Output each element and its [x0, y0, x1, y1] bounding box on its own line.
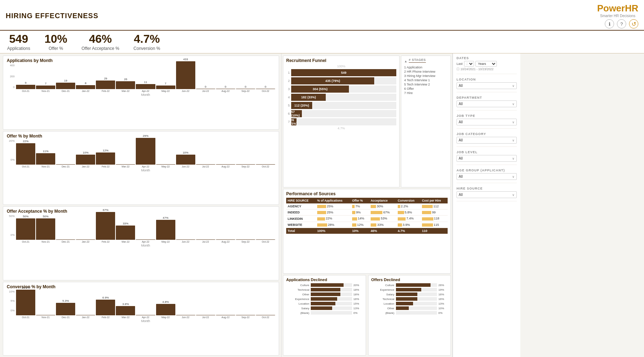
bar-group: Jul-22 [196, 164, 215, 168]
bar-group: 7Nov-21 [36, 82, 55, 92]
bar-group: 11%Nov-21 [36, 150, 55, 168]
conversion-title: Conversion % by Month [7, 284, 275, 289]
kpi-applications-label: Applications [7, 46, 30, 51]
filter-dates: DATES Last 1 Years ☐ 10/24/2021 - 10/23/… [457, 56, 517, 74]
dates-section-title: DATES [457, 56, 517, 60]
stage-legend-item: 6 Offer [404, 87, 448, 90]
list-item: Other18% [286, 293, 363, 296]
right-sidebar: DATES Last 1 Years ☐ 10/24/2021 - 10/23/… [453, 53, 520, 357]
bar-group: Apr-22 [136, 239, 155, 243]
job-category-title: JOB CATEGORY [457, 132, 517, 136]
bar-group: 29Feb-22 [96, 77, 115, 92]
bar-group: Sep-22 [236, 164, 255, 168]
job-level-dropdown[interactable]: All ∨ [457, 155, 517, 162]
brand-name: PowerHR [597, 3, 638, 14]
stages-title: # STAGES [409, 58, 426, 63]
info-button[interactable]: ℹ [605, 19, 614, 29]
department-title: DEPARTMENT [457, 96, 517, 99]
bar-group: 11.1%Oct-21 [16, 286, 35, 319]
col-hire-source: HIRE SOURCE [286, 198, 316, 203]
source-row: INDEED25%9%67%5.8%99 [286, 209, 448, 216]
apps-month-label: Month [16, 93, 275, 97]
kpi-applications-value: 549 [7, 33, 30, 45]
apps-y-axis: 4002000 [7, 64, 15, 96]
job-type-dropdown[interactable]: All ∨ [457, 119, 517, 125]
stage-legend-item: 1 Application [404, 66, 448, 69]
bar-group: Jul-22 [196, 239, 215, 243]
date-unit-select[interactable]: Years [475, 61, 497, 67]
bar-group: Nov-21 [36, 315, 55, 319]
bar-group: 7May-22 [156, 82, 175, 92]
filter-job-type: JOB TYPE All ∨ [457, 114, 517, 129]
conv-month-label: Month [16, 319, 275, 323]
bar-group: Jan-22 [76, 315, 95, 319]
age-group-dropdown[interactable]: All ∨ [457, 173, 517, 180]
funnel-title: Recruitment Funnel [286, 58, 396, 63]
filter-location: LOCATION All ∨ [457, 78, 517, 92]
chevron-down-icon: ∨ [512, 175, 515, 178]
hire-source-dropdown[interactable]: All ∨ [457, 191, 517, 198]
bar-group: Oct-22 [256, 315, 275, 319]
bar-group: 50%Oct-21 [16, 215, 35, 243]
acc-month-label: Month [16, 244, 275, 247]
col-cost-per-hire: Cost per Hire [421, 198, 448, 203]
apps-declined-title: Applications Declined [286, 278, 363, 282]
col-acceptance: Acceptance [369, 198, 396, 203]
bar-group: 0Oct-22 [256, 85, 275, 92]
bar-group: Sep-22 [236, 315, 255, 319]
bar-group: 47%May-22 [156, 216, 175, 243]
offer-acc-y-axis: 50%0% [7, 214, 15, 243]
job-category-dropdown[interactable]: All ∨ [457, 137, 517, 144]
sources-table: HIRE SOURCE % of Applications Offer % Ac… [286, 198, 448, 234]
refresh-button[interactable]: ↺ [629, 19, 638, 29]
stage-legend-item: 5 Tech Interview 2 [404, 83, 448, 86]
apps-bar-chart: 9Oct-217Nov-2119Dec-218Jan-2229Feb-2226M… [16, 64, 275, 97]
col-conversion: Conversion [396, 198, 421, 203]
offers-declined-title: Offers Declined [371, 278, 448, 282]
bar-group: Mar-22 [116, 164, 135, 168]
brand-tagline: Smarter HR Decisions [597, 14, 638, 18]
chevron-down-icon: ∨ [512, 157, 515, 160]
bar-group: May-22 [156, 164, 175, 168]
date-num-select[interactable]: 1 [464, 61, 474, 67]
funnel-panel: Recruitment Funnel 100% 15492435 (79%)33… [283, 56, 400, 187]
offers-declined-bars: Culture26%Experience19%Salary16%Technica… [371, 283, 448, 315]
source-row: LINKEDIN22%14%53%7.4%118 [286, 216, 448, 222]
funnel-header-pct: 100% [286, 64, 396, 68]
chevron-down-icon: ∨ [512, 139, 515, 142]
bar-group: 29%Apr-22 [136, 134, 155, 168]
bar-group: 19Dec-21 [56, 79, 75, 92]
col-app-pct: % of Applications [316, 198, 351, 203]
list-item: Location15% [286, 302, 363, 305]
stage-legend-item: 7 Hire [404, 91, 448, 95]
chevron-down-icon: ∨ [512, 120, 515, 124]
bar-group: Jun-22 [176, 239, 195, 243]
job-type-title: JOB TYPE [457, 114, 517, 118]
kpi-offer-acceptance-value: 46% [82, 33, 119, 45]
department-dropdown[interactable]: All ∨ [457, 100, 517, 107]
filter-hire-source: HIRE SOURCE All ∨ [457, 187, 517, 201]
offer-bar-chart: 22%Oct-2111%Nov-21Dec-2110%Jan-2212%Feb-… [16, 139, 275, 172]
bar-group: Oct-22 [256, 164, 275, 168]
date-last-label: Last [457, 62, 463, 66]
help-button[interactable]: ? [617, 19, 626, 29]
list-item: Experience19% [371, 288, 448, 291]
bar-group: 67%Feb-22 [96, 208, 115, 243]
apps-declined-panel: Applications Declined Culture20%Technica… [283, 275, 366, 356]
acc-bar-chart: 50%Oct-2150%Nov-21Dec-21Jan-2267%Feb-223… [16, 214, 275, 247]
list-item: Salary16% [371, 293, 448, 296]
bar-group: Aug-22 [216, 315, 235, 319]
bar-group: Jun-22 [176, 315, 195, 319]
offer-acc-title: Offer Acceptance % by Month [7, 209, 275, 214]
kpi-offer-pct: 10% Offer % [45, 33, 67, 51]
list-item: Experience16% [286, 297, 363, 301]
list-item: (Blank)0% [371, 311, 448, 315]
location-dropdown[interactable]: All ∨ [457, 82, 517, 89]
list-item: Technical16% [371, 297, 448, 301]
kpi-applications: 549 Applications [7, 33, 30, 51]
bar-group: 0Jul-22 [196, 85, 215, 92]
powerhr-logo: PowerHR Smarter HR Decisions ℹ ? ↺ [597, 3, 638, 29]
filter-job-level: JOB LEVEL All ∨ [457, 150, 517, 165]
bar-group: 6.9%Feb-22 [96, 296, 115, 319]
source-row: WEBSITE28%12%33%3.9%115 [286, 222, 448, 228]
